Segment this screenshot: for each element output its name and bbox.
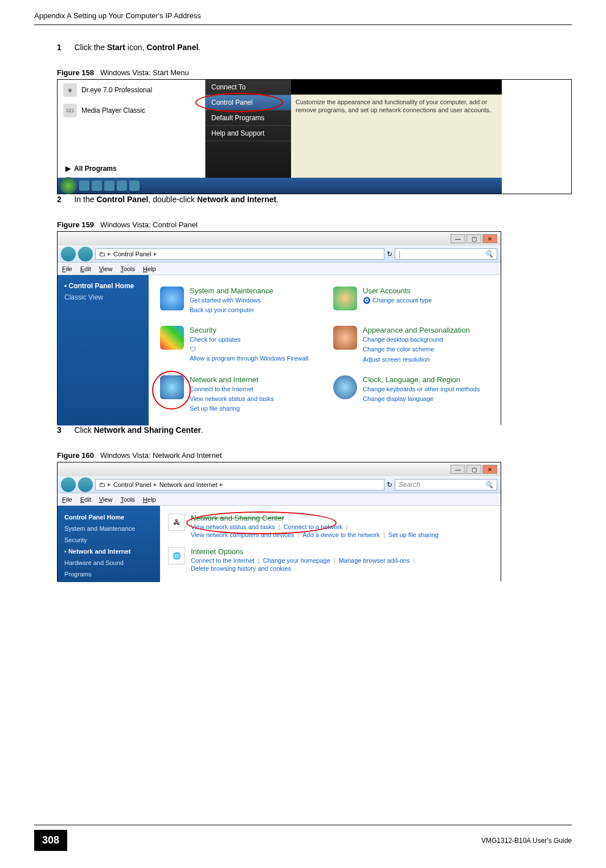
menu-file[interactable]: File (62, 496, 72, 503)
refresh-icon[interactable]: ↻ (387, 481, 392, 489)
control-panel-item[interactable]: Control Panel (206, 95, 291, 110)
figure-158: ◉Dr.eye 7.0 Professional 321Media Player… (57, 79, 572, 194)
taskbar-icon[interactable] (92, 181, 102, 191)
cp-home-link[interactable]: • Control Panel Home (64, 282, 142, 290)
forward-button[interactable] (78, 247, 93, 261)
minimize-button[interactable]: — (451, 234, 465, 243)
figure-160: — ▢ ✕ 🗀▸Control Panel▸Network and Intern… (57, 462, 501, 582)
cat-clock[interactable]: Clock, Language, and RegionChange keyboa… (333, 375, 489, 414)
start-menu-right: Connect To Control Panel Default Program… (206, 80, 291, 194)
menu-view[interactable]: View (99, 496, 113, 503)
side-net[interactable]: • Network and Internet (64, 546, 153, 557)
globe-icon (160, 375, 184, 399)
user-icon (333, 286, 357, 310)
maximize-button[interactable]: ▢ (466, 234, 481, 243)
cat-security[interactable]: SecurityCheck for updates🛡 Allow a progr… (160, 326, 316, 365)
side-prog[interactable]: Programs (64, 568, 153, 580)
running-header: Appendix A Setting up Your Computer's IP… (34, 11, 572, 25)
menu-bar: File Edit View Tools Help (58, 493, 501, 506)
step-3: 3 Click Network and Sharing Center. (34, 425, 572, 435)
maximize-button[interactable]: ▢ (466, 465, 481, 474)
step-2: 2 In the Control Panel, double-click Net… (34, 194, 572, 204)
default-programs[interactable]: Default Programs (206, 110, 291, 126)
cp-sidebar: • Control Panel Home Classic View (58, 275, 149, 425)
classic-view-link[interactable]: Classic View (64, 293, 142, 301)
close-button[interactable]: ✕ (482, 465, 497, 474)
menu-help[interactable]: Help (143, 496, 156, 503)
taskbar-icon[interactable] (104, 181, 114, 191)
cat-system[interactable]: System and MaintenanceGet started with W… (160, 286, 316, 316)
menu-edit[interactable]: Edit (80, 496, 91, 503)
keys-icon: 🧿 (363, 297, 371, 304)
breadcrumb[interactable]: 🗀▸Control Panel▸ (95, 248, 384, 260)
side-cp-home[interactable]: Control Panel Home (64, 511, 153, 523)
step-1-text: Click the Start icon, Control Panel. (74, 43, 200, 52)
folder-icon: 🗀 (99, 481, 105, 488)
shield-icon (160, 326, 184, 350)
figure-159-caption: Figure 159 Windows Vista: Control Panel (57, 220, 572, 229)
cat-users[interactable]: User Accounts🧿 Change account type (333, 286, 489, 316)
arrow-icon: ▶ (65, 165, 71, 173)
menu-view[interactable]: View (99, 265, 113, 272)
monitor-icon (333, 326, 357, 350)
network-icon: 🖧 (168, 514, 185, 531)
step-1: 1 Click the Start icon, Control Panel. (34, 42, 572, 52)
close-button[interactable]: ✕ (482, 234, 497, 243)
side-sec[interactable]: Security (64, 534, 153, 546)
guide-title: VMG1312-B10A User's Guide (481, 837, 572, 845)
side-sys[interactable]: System and Maintenance (64, 523, 153, 534)
search-input[interactable]: |🔍 (395, 248, 497, 260)
side-hw[interactable]: Hardware and Sound (64, 557, 153, 568)
step-3-text: Click Network and Sharing Center. (74, 425, 203, 435)
menu-tools[interactable]: Tools (120, 496, 135, 503)
help-support[interactable]: Help and Support (206, 126, 291, 141)
taskbar[interactable] (58, 178, 502, 194)
ni-main: 🖧 Network and Sharing Center View networ… (160, 506, 501, 582)
cat-io[interactable]: 🌐 Internet Options Connect to the Intern… (168, 547, 493, 572)
internet-options-icon: 🌐 (168, 547, 185, 564)
figure-159: — ▢ ✕ 🗀▸Control Panel▸ ↻ |🔍 File Edit Vi… (57, 231, 501, 425)
window-titlebar: — ▢ ✕ (58, 462, 501, 476)
taskbar-icon[interactable] (117, 181, 127, 191)
forward-button[interactable] (78, 477, 93, 492)
connect-to[interactable]: Connect To (206, 80, 291, 95)
app-icon: 321 (63, 104, 77, 117)
clock-icon (333, 375, 357, 399)
all-programs[interactable]: ▶All Programs (58, 159, 205, 178)
menu-bar: File Edit View Tools Help (58, 263, 501, 275)
cat-appearance[interactable]: Appearance and PersonalizationChange des… (333, 326, 489, 365)
search-icon: 🔍 (485, 481, 493, 489)
start-orb-icon[interactable] (60, 177, 77, 194)
refresh-icon[interactable]: ↻ (387, 250, 392, 258)
figure-160-caption: Figure 160 Windows Vista: Network And In… (57, 451, 572, 460)
step-1-num: 1 (57, 43, 72, 52)
menu-edit[interactable]: Edit (80, 265, 91, 272)
nav-bar: 🗀▸Control Panel▸Network and Internet▸ ↻ … (58, 476, 501, 493)
start-app-mpc[interactable]: 321Media Player Classic (58, 100, 205, 121)
figure-158-caption: Figure 158 Windows Vista: Start Menu (57, 68, 572, 77)
menu-tools[interactable]: Tools (120, 265, 135, 272)
window-titlebar: — ▢ ✕ (58, 232, 501, 245)
start-app-dreye[interactable]: ◉Dr.eye 7.0 Professional (58, 80, 205, 100)
page-footer: 308 VMG1312-B10A User's Guide (34, 825, 572, 851)
back-button[interactable] (61, 477, 76, 492)
page-number: 308 (34, 830, 67, 851)
search-input[interactable]: Search🔍 (395, 479, 497, 490)
start-menu-left: ◉Dr.eye 7.0 Professional 321Media Player… (58, 80, 206, 194)
taskbar-icon[interactable] (79, 181, 89, 191)
page-content: Appendix A Setting up Your Computer's IP… (0, 0, 606, 582)
menu-file[interactable]: File (62, 265, 72, 272)
search-icon: 🔍 (485, 250, 493, 258)
breadcrumb[interactable]: 🗀▸Control Panel▸Network and Internet▸ (95, 479, 384, 490)
firewall-icon: 🛡 (190, 345, 308, 354)
back-button[interactable] (61, 247, 76, 261)
menu-help[interactable]: Help (143, 265, 156, 272)
step-3-num: 3 (57, 425, 72, 435)
cat-nsc[interactable]: 🖧 Network and Sharing Center View networ… (168, 514, 493, 538)
taskbar-icon[interactable] (129, 181, 140, 191)
cat-network[interactable]: Network and InternetConnect to the Inter… (160, 375, 316, 414)
app-icon: ◉ (63, 83, 77, 97)
nav-bar: 🗀▸Control Panel▸ ↻ |🔍 (58, 245, 501, 263)
minimize-button[interactable]: — (451, 465, 465, 474)
folder-icon: 🗀 (99, 251, 105, 257)
